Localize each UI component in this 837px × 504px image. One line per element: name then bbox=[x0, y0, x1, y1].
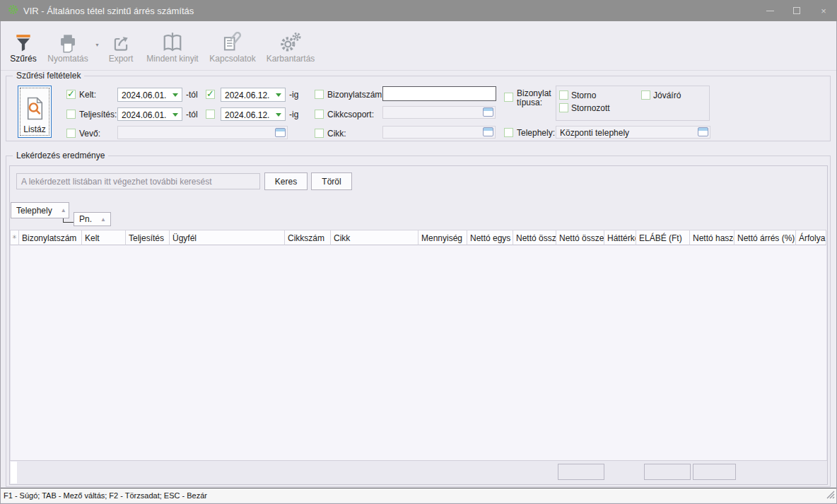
toolbar-button-kapcsolatok[interactable]: Kapcsolatok bbox=[205, 25, 260, 66]
vevo-label: Vevő: bbox=[79, 129, 100, 139]
telephely-filter-checkbox[interactable] bbox=[504, 128, 513, 137]
header-cell-bizonylatszam[interactable]: Bizonylatszám bbox=[19, 230, 82, 245]
header-cell-row-indicator[interactable]: ✳ bbox=[10, 230, 19, 245]
torol-button[interactable]: Töröl bbox=[311, 172, 352, 190]
teljesites-to-date[interactable]: 2024.06.12. bbox=[221, 107, 286, 121]
resize-grip[interactable] bbox=[826, 490, 835, 501]
teljesites-label: Teljesítés: bbox=[79, 110, 117, 119]
groupby-chip-label: Telephely bbox=[16, 206, 52, 216]
footer-summary-netto-osszes bbox=[558, 464, 604, 480]
kelt-to-value: 2024.06.12. bbox=[225, 90, 269, 100]
storno-label: Storno bbox=[571, 91, 596, 100]
header-cell-mennyiseg[interactable]: Mennyiség bbox=[418, 230, 467, 245]
teljesites-to-checkbox[interactable] bbox=[206, 110, 215, 119]
maximize-button[interactable] bbox=[783, 0, 810, 21]
toolbar-label: Karbantartás bbox=[267, 54, 315, 64]
kelt-to-date[interactable]: 2024.06.12. bbox=[221, 88, 286, 102]
lookup-picker-icon[interactable] bbox=[483, 107, 493, 117]
footer-indicator-cell bbox=[11, 462, 17, 484]
teljesites-to-suffix: -ig bbox=[289, 110, 298, 119]
toolbar-button-mindent-kinyit[interactable]: Mindent kinyit bbox=[141, 25, 204, 66]
sort-asc-icon: ▲ bbox=[92, 216, 106, 223]
toolbar-label: Szűrés bbox=[10, 54, 36, 64]
header-cell-arfolyam[interactable]: Árfolya bbox=[796, 230, 826, 245]
filter-funnel-icon bbox=[14, 30, 33, 53]
lookup-picker-icon[interactable] bbox=[275, 128, 286, 137]
teljesites-from-date[interactable]: 2024.06.01. bbox=[117, 107, 182, 121]
header-cell-ugyfel[interactable]: Ügyfél bbox=[170, 230, 285, 245]
bizonylat-tipusa-checkbox[interactable] bbox=[504, 93, 513, 102]
application-window: VIR - Általános tétel szintű árrés számí… bbox=[0, 0, 837, 504]
teljesites-from-suffix: -tól bbox=[186, 110, 198, 119]
grid-search-input[interactable] bbox=[16, 173, 260, 189]
header-cell-netto-haszon[interactable]: Nettó haszo bbox=[690, 230, 734, 245]
kelt-checkbox[interactable] bbox=[66, 90, 76, 99]
toolbar-button-karbantartas[interactable]: Karbantartás bbox=[261, 25, 320, 66]
vevo-checkbox[interactable] bbox=[66, 129, 76, 138]
teljesites-from-value: 2024.06.01. bbox=[122, 110, 166, 120]
groupby-chip-label: Pn. bbox=[79, 214, 92, 224]
header-cell-netto-osszes[interactable]: Nettó összes bbox=[556, 230, 604, 245]
dropdown-arrow-icon[interactable] bbox=[172, 113, 178, 117]
bizonylatszam-checkbox[interactable] bbox=[315, 90, 324, 99]
toolbar-button-export[interactable]: Export bbox=[102, 25, 140, 66]
gears-icon bbox=[279, 30, 302, 53]
toolbar-button-nyomtatas[interactable]: Nyomtatás bbox=[42, 25, 94, 66]
header-cell-kelt[interactable]: Kelt bbox=[82, 230, 126, 245]
keres-button-label: Keres bbox=[275, 177, 297, 187]
maximize-icon bbox=[793, 7, 800, 14]
dropdown-arrow-icon[interactable] bbox=[172, 93, 178, 97]
header-cell-netto-osszeg[interactable]: Nettó össz bbox=[513, 230, 556, 245]
status-bar: F1 - Súgó; TAB - Mező váltás; F2 - Törzs… bbox=[1, 488, 836, 503]
close-button[interactable]: × bbox=[810, 0, 837, 21]
header-cell-netto-arres[interactable]: Nettó árrés (%) bbox=[734, 230, 796, 245]
cikk-checkbox[interactable] bbox=[315, 129, 324, 138]
toolbar-label: Export bbox=[109, 54, 134, 64]
grid-footer bbox=[10, 460, 827, 484]
dropdown-arrow-icon[interactable] bbox=[276, 93, 281, 97]
kelt-to-checkbox[interactable] bbox=[206, 90, 215, 99]
print-dropdown-arrow-icon[interactable]: ▼ bbox=[95, 42, 100, 47]
bizonylatszam-label: Bizonylatszám: bbox=[327, 90, 385, 100]
stornozott-checkbox[interactable] bbox=[559, 103, 568, 112]
lookup-picker-icon[interactable] bbox=[698, 127, 708, 136]
header-cell-hatterko[interactable]: Háttérko bbox=[604, 230, 636, 245]
cikk-field[interactable] bbox=[382, 126, 496, 139]
toolbar-button-szures[interactable]: Szűrés bbox=[6, 25, 40, 66]
printer-icon bbox=[57, 30, 78, 53]
telephely-filter-label: Telephely: bbox=[517, 129, 555, 138]
results-group-legend: Lekérdezés eredménye bbox=[13, 151, 108, 161]
groupby-chip-pn[interactable]: Pn. ▲ bbox=[74, 212, 111, 226]
listaz-button[interactable]: Listáz bbox=[18, 86, 52, 138]
vevo-field[interactable] bbox=[117, 126, 288, 139]
teljesites-checkbox[interactable] bbox=[66, 110, 76, 119]
telephely-value: Központi telephely bbox=[560, 128, 629, 138]
kelt-from-date[interactable]: 2024.06.01. bbox=[117, 88, 182, 102]
export-arrow-icon bbox=[111, 30, 131, 53]
bizonylatszam-input[interactable] bbox=[382, 86, 496, 101]
window-titlebar: VIR - Általános tétel szintű árrés számí… bbox=[0, 0, 837, 21]
header-cell-elabe[interactable]: ELÁBÉ (Ft) bbox=[636, 230, 690, 245]
kelt-label: Kelt: bbox=[79, 90, 96, 100]
minimize-button[interactable] bbox=[756, 0, 783, 21]
cikkcsoport-label: Cikkcsoport: bbox=[327, 110, 374, 119]
header-cell-cikk[interactable]: Cikk bbox=[331, 230, 418, 245]
jovairo-label: Jóváíró bbox=[653, 91, 681, 100]
header-cell-netto-egysegar[interactable]: Nettó egys bbox=[467, 230, 513, 245]
storno-checkbox[interactable] bbox=[559, 90, 568, 100]
toolbar: Szűrés Nyomtatás ▼ Export bbox=[1, 21, 836, 71]
groupby-connector bbox=[63, 218, 74, 223]
header-cell-teljesites[interactable]: Teljesítés bbox=[126, 230, 170, 245]
telephely-field[interactable]: Központi telephely bbox=[556, 126, 710, 139]
cikkcsoport-checkbox[interactable] bbox=[315, 110, 324, 119]
header-cell-cikkszam[interactable]: Cikkszám bbox=[285, 230, 331, 245]
kelt-from-suffix: -tól bbox=[186, 90, 198, 100]
groupby-chip-telephely[interactable]: Telephely ▲ bbox=[11, 202, 69, 218]
cikkcsoport-field[interactable] bbox=[382, 106, 496, 119]
jovairo-checkbox[interactable] bbox=[641, 90, 650, 100]
kelt-to-suffix: -ig bbox=[289, 90, 298, 100]
focus-rectangle bbox=[20, 88, 49, 136]
dropdown-arrow-icon[interactable] bbox=[276, 113, 281, 117]
lookup-picker-icon[interactable] bbox=[483, 127, 493, 136]
keres-button[interactable]: Keres bbox=[264, 172, 308, 190]
